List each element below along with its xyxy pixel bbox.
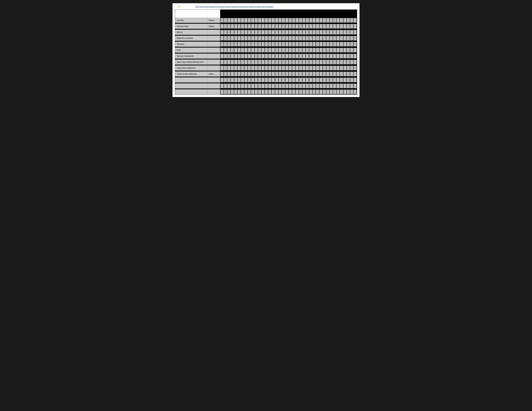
day-cell[interactable] xyxy=(326,24,329,28)
day-cell[interactable] xyxy=(258,48,261,52)
day-cell[interactable] xyxy=(306,42,309,47)
day-cell[interactable] xyxy=(282,36,285,40)
day-cell[interactable] xyxy=(248,72,251,76)
day-cell[interactable] xyxy=(336,90,340,94)
day-cell[interactable] xyxy=(353,54,357,58)
day-cell[interactable] xyxy=(244,54,247,58)
day-cell[interactable] xyxy=(234,36,237,40)
day-cell[interactable] xyxy=(309,36,312,40)
day-cell[interactable] xyxy=(234,48,237,52)
day-cell[interactable] xyxy=(282,84,285,88)
day-cell[interactable] xyxy=(265,30,268,35)
day-cell[interactable] xyxy=(350,84,353,88)
day-cell[interactable] xyxy=(231,42,234,47)
day-cell[interactable] xyxy=(303,18,305,23)
day-cell[interactable] xyxy=(333,60,336,64)
day-cell[interactable] xyxy=(244,42,247,47)
day-cell[interactable]: / xyxy=(255,18,258,23)
day-cell[interactable] xyxy=(350,42,353,47)
day-cell[interactable] xyxy=(326,42,329,47)
day-cell[interactable] xyxy=(295,30,299,35)
day-cell[interactable] xyxy=(350,24,353,28)
day-cell[interactable] xyxy=(333,66,336,70)
day-cell[interactable] xyxy=(265,78,268,82)
day-cell[interactable] xyxy=(272,60,275,64)
day-cell[interactable] xyxy=(313,24,316,28)
day-cell[interactable] xyxy=(343,48,346,52)
day-cell[interactable] xyxy=(340,48,343,52)
day-cell[interactable] xyxy=(248,54,251,58)
day-cell[interactable] xyxy=(289,84,292,88)
day-cell[interactable] xyxy=(224,60,227,64)
day-cell[interactable] xyxy=(220,66,224,70)
day-cell[interactable] xyxy=(350,66,353,70)
day-cell[interactable] xyxy=(248,84,251,88)
day-cell[interactable] xyxy=(251,90,254,94)
day-cell[interactable] xyxy=(347,18,350,23)
day-cell[interactable] xyxy=(255,36,258,40)
day-cell[interactable] xyxy=(292,36,295,40)
day-cell[interactable] xyxy=(303,84,305,88)
day-cell[interactable] xyxy=(299,90,302,94)
day-cell[interactable] xyxy=(234,42,237,47)
day-cell[interactable] xyxy=(241,48,244,52)
day-cell[interactable] xyxy=(295,36,299,40)
day-cell[interactable]: / xyxy=(353,36,357,40)
day-cell[interactable] xyxy=(251,48,254,52)
day-cell[interactable] xyxy=(347,60,350,64)
day-cell[interactable] xyxy=(238,18,241,23)
day-cell[interactable] xyxy=(299,60,302,64)
day-cell[interactable] xyxy=(336,54,340,58)
day-cell[interactable] xyxy=(238,84,241,88)
day-cell[interactable] xyxy=(265,24,268,28)
day-cell[interactable] xyxy=(248,36,251,40)
day-cell[interactable] xyxy=(309,72,312,76)
day-cell[interactable] xyxy=(330,66,333,70)
day-cell[interactable] xyxy=(234,18,237,23)
day-cell[interactable] xyxy=(261,54,265,58)
day-cell[interactable] xyxy=(289,30,292,35)
day-cell[interactable] xyxy=(224,84,227,88)
day-cell[interactable] xyxy=(227,66,230,70)
day-cell[interactable] xyxy=(285,60,288,64)
day-cell[interactable] xyxy=(282,66,285,70)
day-cell[interactable] xyxy=(299,72,302,76)
day-cell[interactable] xyxy=(244,90,247,94)
day-cell[interactable] xyxy=(241,84,244,88)
day-cell[interactable] xyxy=(261,18,265,23)
day-cell[interactable]: / xyxy=(353,30,357,35)
day-cell[interactable] xyxy=(285,42,288,47)
day-cell[interactable] xyxy=(251,54,254,58)
day-cell[interactable] xyxy=(275,18,278,23)
day-cell[interactable] xyxy=(343,90,346,94)
day-cell[interactable] xyxy=(299,48,302,52)
day-cell[interactable] xyxy=(350,78,353,82)
day-cell[interactable] xyxy=(251,36,254,40)
day-cell[interactable] xyxy=(323,54,326,58)
day-cell[interactable] xyxy=(330,30,333,35)
day-cell[interactable] xyxy=(279,42,282,47)
day-cell[interactable] xyxy=(285,24,288,28)
day-cell[interactable] xyxy=(333,30,336,35)
day-cell[interactable]: / xyxy=(316,36,319,40)
day-cell[interactable] xyxy=(248,66,251,70)
day-cell[interactable] xyxy=(333,84,336,88)
day-cell[interactable]: / xyxy=(268,42,271,47)
day-cell[interactable] xyxy=(238,66,241,70)
day-cell[interactable] xyxy=(255,90,258,94)
day-cell[interactable] xyxy=(320,84,323,88)
day-cell[interactable]: / xyxy=(316,42,319,47)
day-cell[interactable] xyxy=(320,36,323,40)
day-cell[interactable] xyxy=(285,18,288,23)
day-cell[interactable]: / xyxy=(268,30,271,35)
day-cell[interactable] xyxy=(313,90,316,94)
day-cell[interactable] xyxy=(320,72,323,76)
day-cell[interactable] xyxy=(303,60,305,64)
day-cell[interactable] xyxy=(220,90,224,94)
day-cell[interactable] xyxy=(282,54,285,58)
day-cell[interactable] xyxy=(326,18,329,23)
day-cell[interactable] xyxy=(347,78,350,82)
day-cell[interactable] xyxy=(330,84,333,88)
day-cell[interactable] xyxy=(350,90,353,94)
day-cell[interactable] xyxy=(272,84,275,88)
